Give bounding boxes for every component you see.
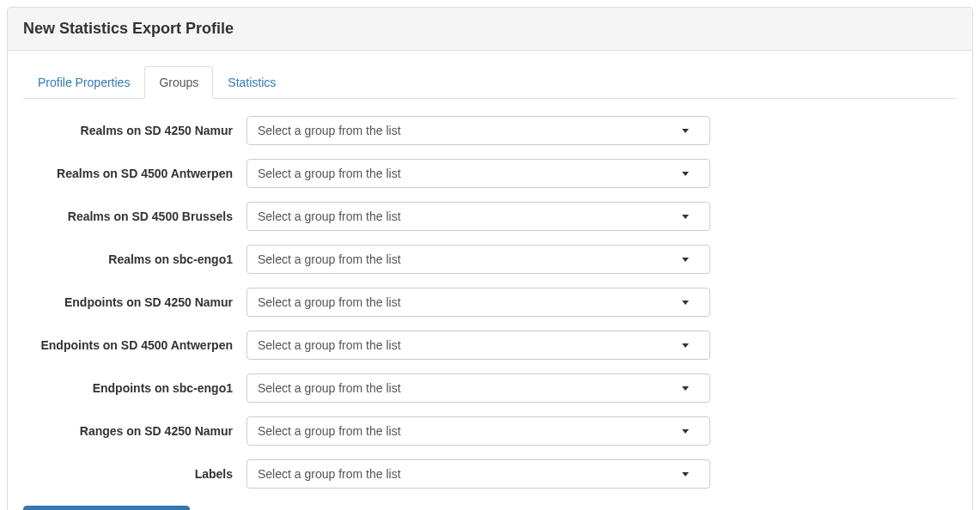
caret-down-icon [682,472,689,477]
field-label: Realms on SD 4500 Antwerpen [23,167,247,180]
export-profile-panel: New Statistics Export Profile Profile Pr… [7,7,973,510]
tab-statistics[interactable]: Statistics [213,66,290,99]
caret-down-icon [682,215,689,219]
caret-down-icon [682,386,689,391]
panel-body: Profile Properties Groups Statistics Rea… [8,51,972,510]
panel-heading: New Statistics Export Profile [8,8,972,51]
field-label: Endpoints on SD 4500 Antwerpen [23,338,247,352]
field-label: Ranges on SD 4250 Namur [23,424,247,438]
save-button[interactable]: Save stats export profile [23,506,190,510]
caret-down-icon [682,172,689,176]
select-placeholder: Select a group from the list [258,167,401,180]
field-label: Realms on SD 4250 Namur [23,124,247,137]
caret-down-icon [682,301,689,305]
field-label: Endpoints on SD 4250 Namur [23,295,247,309]
select-placeholder: Select a group from the list [258,295,401,309]
field-label: Endpoints on sbc-engo1 [23,381,247,395]
field-label: Labels [23,467,247,481]
field-label: Realms on sbc-engo1 [23,252,247,266]
form-row: Endpoints on SD 4250 Namur Select a grou… [23,288,957,317]
select-placeholder: Select a group from the list [258,381,401,395]
select-placeholder: Select a group from the list [258,424,401,438]
form-row: Endpoints on SD 4500 Antwerpen Select a … [23,331,957,360]
group-select-endpoints-sd4500-antwerpen[interactable]: Select a group from the list [247,331,710,360]
group-select-endpoints-sd4250-namur[interactable]: Select a group from the list [247,288,710,317]
form-row: Realms on SD 4500 Brussels Select a grou… [23,202,957,231]
select-placeholder: Select a group from the list [258,467,401,481]
group-select-ranges-sd4250-namur[interactable]: Select a group from the list [247,416,710,446]
group-select-endpoints-sbc-engo1[interactable]: Select a group from the list [247,373,710,403]
caret-down-icon [682,343,689,348]
group-select-realms-sbc-engo1[interactable]: Select a group from the list [247,245,710,274]
group-select-realms-sd4500-brussels[interactable]: Select a group from the list [247,202,710,231]
tab-link[interactable]: Statistics [213,66,290,99]
form-row: Ranges on SD 4250 Namur Select a group f… [23,416,957,446]
form: Realms on SD 4250 Namur Select a group f… [23,116,957,489]
form-row: Labels Select a group from the list [23,459,957,489]
field-label: Realms on SD 4500 Brussels [23,209,247,223]
tab-link[interactable]: Profile Properties [23,66,144,99]
group-select-labels[interactable]: Select a group from the list [247,459,710,489]
tab-profile-properties[interactable]: Profile Properties [23,66,144,99]
form-row: Realms on SD 4250 Namur Select a group f… [23,116,957,145]
tabs: Profile Properties Groups Statistics [23,66,957,99]
select-placeholder: Select a group from the list [258,209,401,223]
caret-down-icon [682,429,689,434]
caret-down-icon [682,258,689,262]
form-row: Realms on SD 4500 Antwerpen Select a gro… [23,159,957,188]
page-title: New Statistics Export Profile [23,20,957,38]
select-placeholder: Select a group from the list [258,338,401,352]
tab-link[interactable]: Groups [144,66,213,99]
form-row: Endpoints on sbc-engo1 Select a group fr… [23,373,957,403]
select-placeholder: Select a group from the list [258,124,401,137]
tab-groups[interactable]: Groups [144,66,213,99]
caret-down-icon [682,129,689,133]
form-row: Realms on sbc-engo1 Select a group from … [23,245,957,274]
group-select-realms-sd4250-namur[interactable]: Select a group from the list [247,116,710,145]
select-placeholder: Select a group from the list [258,252,401,266]
group-select-realms-sd4500-antwerpen[interactable]: Select a group from the list [247,159,710,188]
